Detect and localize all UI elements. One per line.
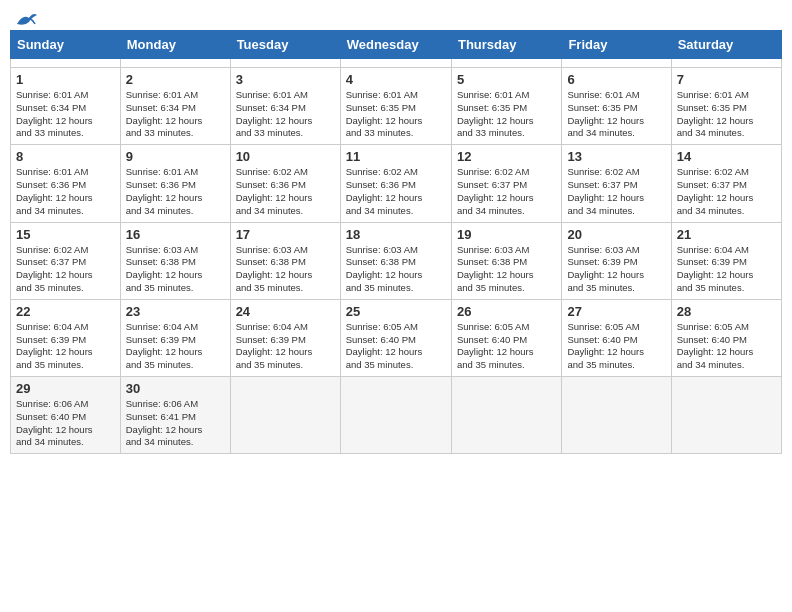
day-info: Sunrise: 6:01 AM Sunset: 6:36 PM Dayligh…: [126, 166, 225, 217]
calendar-cell: [671, 59, 781, 68]
weekday-header-saturday: Saturday: [671, 31, 781, 59]
day-info: Sunrise: 6:06 AM Sunset: 6:40 PM Dayligh…: [16, 398, 115, 449]
calendar-cell: 3Sunrise: 6:01 AM Sunset: 6:34 PM Daylig…: [230, 68, 340, 145]
day-info: Sunrise: 6:01 AM Sunset: 6:35 PM Dayligh…: [677, 89, 776, 140]
day-info: Sunrise: 6:03 AM Sunset: 6:38 PM Dayligh…: [236, 244, 335, 295]
calendar-cell: 15Sunrise: 6:02 AM Sunset: 6:37 PM Dayli…: [11, 222, 121, 299]
day-info: Sunrise: 6:03 AM Sunset: 6:39 PM Dayligh…: [567, 244, 665, 295]
calendar-cell: [340, 377, 451, 454]
calendar-cell: 12Sunrise: 6:02 AM Sunset: 6:37 PM Dayli…: [451, 145, 561, 222]
calendar-cell: 6Sunrise: 6:01 AM Sunset: 6:35 PM Daylig…: [562, 68, 671, 145]
day-number: 23: [126, 304, 225, 319]
day-info: Sunrise: 6:02 AM Sunset: 6:37 PM Dayligh…: [567, 166, 665, 217]
day-info: Sunrise: 6:05 AM Sunset: 6:40 PM Dayligh…: [677, 321, 776, 372]
calendar-cell: 17Sunrise: 6:03 AM Sunset: 6:38 PM Dayli…: [230, 222, 340, 299]
day-number: 5: [457, 72, 556, 87]
page-header: [10, 10, 782, 22]
calendar-cell: 7Sunrise: 6:01 AM Sunset: 6:35 PM Daylig…: [671, 68, 781, 145]
calendar-cell: 18Sunrise: 6:03 AM Sunset: 6:38 PM Dayli…: [340, 222, 451, 299]
logo: [14, 14, 37, 22]
day-number: 21: [677, 227, 776, 242]
day-number: 8: [16, 149, 115, 164]
day-number: 19: [457, 227, 556, 242]
day-number: 4: [346, 72, 446, 87]
calendar-cell: 23Sunrise: 6:04 AM Sunset: 6:39 PM Dayli…: [120, 299, 230, 376]
day-info: Sunrise: 6:01 AM Sunset: 6:35 PM Dayligh…: [346, 89, 446, 140]
calendar-cell: [230, 377, 340, 454]
day-number: 7: [677, 72, 776, 87]
day-number: 11: [346, 149, 446, 164]
day-number: 10: [236, 149, 335, 164]
day-number: 15: [16, 227, 115, 242]
calendar-cell: [120, 59, 230, 68]
day-info: Sunrise: 6:04 AM Sunset: 6:39 PM Dayligh…: [126, 321, 225, 372]
weekday-header-tuesday: Tuesday: [230, 31, 340, 59]
day-number: 22: [16, 304, 115, 319]
day-info: Sunrise: 6:03 AM Sunset: 6:38 PM Dayligh…: [346, 244, 446, 295]
day-info: Sunrise: 6:04 AM Sunset: 6:39 PM Dayligh…: [16, 321, 115, 372]
calendar-cell: 28Sunrise: 6:05 AM Sunset: 6:40 PM Dayli…: [671, 299, 781, 376]
day-number: 6: [567, 72, 665, 87]
weekday-header-friday: Friday: [562, 31, 671, 59]
calendar-cell: [230, 59, 340, 68]
day-number: 28: [677, 304, 776, 319]
day-info: Sunrise: 6:02 AM Sunset: 6:36 PM Dayligh…: [346, 166, 446, 217]
calendar-cell: 27Sunrise: 6:05 AM Sunset: 6:40 PM Dayli…: [562, 299, 671, 376]
day-info: Sunrise: 6:01 AM Sunset: 6:35 PM Dayligh…: [567, 89, 665, 140]
calendar-cell: [671, 377, 781, 454]
calendar-cell: 5Sunrise: 6:01 AM Sunset: 6:35 PM Daylig…: [451, 68, 561, 145]
calendar-cell: 14Sunrise: 6:02 AM Sunset: 6:37 PM Dayli…: [671, 145, 781, 222]
day-number: 27: [567, 304, 665, 319]
weekday-header-wednesday: Wednesday: [340, 31, 451, 59]
day-info: Sunrise: 6:01 AM Sunset: 6:34 PM Dayligh…: [16, 89, 115, 140]
day-info: Sunrise: 6:04 AM Sunset: 6:39 PM Dayligh…: [236, 321, 335, 372]
calendar-cell: 11Sunrise: 6:02 AM Sunset: 6:36 PM Dayli…: [340, 145, 451, 222]
day-number: 12: [457, 149, 556, 164]
calendar-cell: 8Sunrise: 6:01 AM Sunset: 6:36 PM Daylig…: [11, 145, 121, 222]
day-info: Sunrise: 6:02 AM Sunset: 6:36 PM Dayligh…: [236, 166, 335, 217]
weekday-header-monday: Monday: [120, 31, 230, 59]
calendar-cell: 22Sunrise: 6:04 AM Sunset: 6:39 PM Dayli…: [11, 299, 121, 376]
day-info: Sunrise: 6:03 AM Sunset: 6:38 PM Dayligh…: [457, 244, 556, 295]
calendar-cell: 13Sunrise: 6:02 AM Sunset: 6:37 PM Dayli…: [562, 145, 671, 222]
calendar-cell: 21Sunrise: 6:04 AM Sunset: 6:39 PM Dayli…: [671, 222, 781, 299]
calendar-cell: [562, 59, 671, 68]
calendar-cell: 4Sunrise: 6:01 AM Sunset: 6:35 PM Daylig…: [340, 68, 451, 145]
day-number: 17: [236, 227, 335, 242]
calendar-cell: [340, 59, 451, 68]
calendar-cell: 26Sunrise: 6:05 AM Sunset: 6:40 PM Dayli…: [451, 299, 561, 376]
calendar-cell: 19Sunrise: 6:03 AM Sunset: 6:38 PM Dayli…: [451, 222, 561, 299]
day-number: 26: [457, 304, 556, 319]
day-info: Sunrise: 6:01 AM Sunset: 6:34 PM Dayligh…: [126, 89, 225, 140]
day-info: Sunrise: 6:02 AM Sunset: 6:37 PM Dayligh…: [457, 166, 556, 217]
day-number: 20: [567, 227, 665, 242]
day-info: Sunrise: 6:05 AM Sunset: 6:40 PM Dayligh…: [346, 321, 446, 372]
calendar-cell: 25Sunrise: 6:05 AM Sunset: 6:40 PM Dayli…: [340, 299, 451, 376]
calendar-cell: [562, 377, 671, 454]
day-info: Sunrise: 6:01 AM Sunset: 6:34 PM Dayligh…: [236, 89, 335, 140]
calendar-cell: 30Sunrise: 6:06 AM Sunset: 6:41 PM Dayli…: [120, 377, 230, 454]
day-number: 29: [16, 381, 115, 396]
calendar-cell: [451, 59, 561, 68]
day-info: Sunrise: 6:04 AM Sunset: 6:39 PM Dayligh…: [677, 244, 776, 295]
calendar-cell: 29Sunrise: 6:06 AM Sunset: 6:40 PM Dayli…: [11, 377, 121, 454]
calendar-cell: 24Sunrise: 6:04 AM Sunset: 6:39 PM Dayli…: [230, 299, 340, 376]
calendar-cell: [451, 377, 561, 454]
day-number: 13: [567, 149, 665, 164]
logo-bird-icon: [15, 10, 37, 28]
calendar-cell: 10Sunrise: 6:02 AM Sunset: 6:36 PM Dayli…: [230, 145, 340, 222]
day-info: Sunrise: 6:03 AM Sunset: 6:38 PM Dayligh…: [126, 244, 225, 295]
day-info: Sunrise: 6:05 AM Sunset: 6:40 PM Dayligh…: [457, 321, 556, 372]
calendar-cell: 2Sunrise: 6:01 AM Sunset: 6:34 PM Daylig…: [120, 68, 230, 145]
calendar-cell: 1Sunrise: 6:01 AM Sunset: 6:34 PM Daylig…: [11, 68, 121, 145]
day-number: 3: [236, 72, 335, 87]
day-info: Sunrise: 6:02 AM Sunset: 6:37 PM Dayligh…: [677, 166, 776, 217]
day-info: Sunrise: 6:06 AM Sunset: 6:41 PM Dayligh…: [126, 398, 225, 449]
calendar-cell: 20Sunrise: 6:03 AM Sunset: 6:39 PM Dayli…: [562, 222, 671, 299]
day-number: 9: [126, 149, 225, 164]
day-number: 18: [346, 227, 446, 242]
weekday-header-sunday: Sunday: [11, 31, 121, 59]
day-number: 14: [677, 149, 776, 164]
calendar-cell: 16Sunrise: 6:03 AM Sunset: 6:38 PM Dayli…: [120, 222, 230, 299]
day-number: 30: [126, 381, 225, 396]
